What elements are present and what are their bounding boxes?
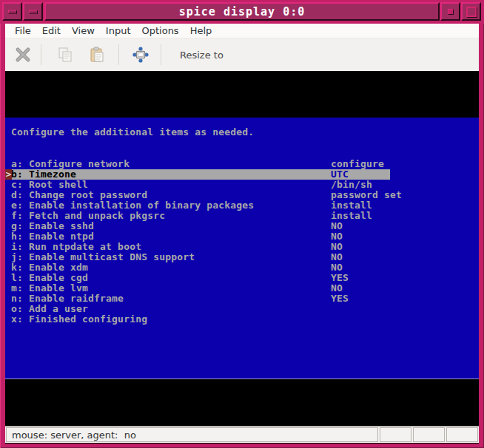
item-label: i: Run ntpdate at boot	[11, 242, 141, 252]
item-value: install	[331, 211, 372, 221]
menu-item-input[interactable]: Input	[101, 24, 136, 38]
terminal-menu-item-o: o: Add a user	[5, 304, 479, 314]
item-value: install	[331, 200, 372, 211]
square-icon	[466, 7, 477, 17]
toolbar-separator	[41, 44, 41, 65]
dash-icon	[8, 10, 17, 13]
terminal-menu-item-l: l: Enable cgdYES	[5, 273, 479, 283]
window-menu-button[interactable]	[2, 2, 22, 21]
window-shade-button[interactable]	[440, 2, 460, 21]
toolbar: Resize to	[5, 38, 479, 71]
item-label: a: Configure network	[11, 159, 130, 169]
close-button[interactable]	[14, 46, 32, 64]
item-value: NO	[331, 262, 343, 273]
item-label: l: Enable cgd	[11, 273, 88, 283]
dot-icon	[448, 9, 454, 15]
window-maximize-button[interactable]	[461, 2, 481, 21]
item-value: NO	[331, 252, 343, 262]
resize-to-label: Resize to	[180, 38, 223, 71]
status-cell	[446, 427, 478, 442]
terminal-menu-item-c: c: Root shell/bin/sh	[5, 180, 479, 190]
toolbar-separator	[161, 44, 161, 65]
item-value: NO	[331, 221, 343, 231]
status-mouse-agent: mouse: server, agent: no	[6, 427, 378, 442]
terminal-menu-item-x: x: Finished configuring	[5, 314, 479, 325]
menu-item-file[interactable]: File	[10, 24, 36, 38]
titlebar: spice display 0:0	[0, 0, 484, 24]
window-title: spice display 0:0	[44, 2, 440, 21]
terminal-menu-item-j: j: Enable multicast DNS supportNO	[5, 252, 479, 262]
copy-icon	[56, 46, 74, 64]
terminal-menu-item-h: h: Enable ntpdNO	[5, 231, 479, 242]
terminal-menu-item-f: f: Fetch and unpack pkgsrcinstall	[5, 211, 479, 221]
terminal-menu-item-e: e: Enable installation of binary package…	[5, 200, 479, 211]
terminal-menu-item-i: i: Run ntpdate at bootNO	[5, 242, 479, 252]
item-value: YES	[331, 293, 349, 304]
statusbar: mouse: server, agent: no	[5, 426, 479, 443]
dash-icon	[29, 10, 38, 13]
item-label: h: Enable ntpd	[11, 231, 94, 242]
item-label: m: Enable lvm	[11, 283, 88, 293]
terminal-menu-item-g: g: Enable sshdNO	[5, 221, 479, 231]
menu-item-edit[interactable]: Edit	[37, 24, 66, 38]
status-cell	[380, 427, 411, 442]
item-value: NO	[331, 231, 343, 242]
item-value: YES	[331, 273, 349, 283]
toolbar-separator	[118, 44, 119, 65]
terminal-menu-item-d: d: Change root passwordpassword set	[5, 190, 479, 200]
item-label: j: Enable multicast DNS support	[11, 252, 195, 262]
item-label: f: Fetch and unpack pkgsrc	[11, 211, 165, 221]
paste-button[interactable]	[88, 46, 106, 64]
paste-icon	[88, 46, 106, 64]
menu-item-options[interactable]: Options	[136, 24, 184, 38]
item-value: NO	[331, 283, 343, 293]
item-label: o: Add a user	[11, 304, 88, 314]
spice-display-window: spice display 0:0 FileEditViewInputOptio…	[0, 0, 484, 448]
resize-screen-button[interactable]	[132, 46, 149, 64]
console-screen: Configure the additional items as needed…	[5, 118, 479, 379]
item-value: configure	[331, 159, 384, 169]
menu-item-help[interactable]: Help	[185, 24, 218, 38]
item-value: /bin/sh	[331, 180, 372, 190]
item-label: k: Enable xdm	[11, 262, 88, 273]
terminal-menu-item-k: k: Enable xdmNO	[5, 262, 479, 273]
window-content: FileEditViewInputOptionsHelp	[5, 24, 479, 444]
terminal-menu: a: Configure networkconfigure>b: Timezon…	[5, 159, 479, 325]
status-cell	[413, 427, 445, 442]
copy-button[interactable]	[56, 46, 74, 64]
resize-screen-icon	[132, 46, 149, 64]
terminal-menu-item-a: a: Configure networkconfigure	[5, 159, 479, 169]
window-minimize-button[interactable]	[23, 2, 43, 21]
item-label: x: Finished configuring	[11, 314, 147, 325]
guest-display[interactable]: Configure the additional items as needed…	[5, 71, 479, 426]
item-label: g: Enable sshd	[11, 221, 94, 231]
item-label: d: Change root password	[11, 190, 147, 200]
item-value: password set	[331, 190, 402, 200]
menubar: FileEditViewInputOptionsHelp	[5, 24, 479, 38]
terminal-menu-item-b: >b: TimezoneUTC	[5, 169, 390, 180]
terminal-menu-item-m: m: Enable lvmNO	[5, 283, 479, 293]
item-label: c: Root shell	[11, 180, 88, 190]
item-label: n: Enable raidframe	[11, 293, 124, 304]
item-label: b: Timezone	[11, 169, 76, 180]
menu-item-view[interactable]: View	[67, 24, 100, 38]
item-value: NO	[331, 242, 343, 252]
console-message: Configure the additional items as needed…	[11, 127, 254, 138]
item-label: e: Enable installation of binary package…	[11, 200, 254, 211]
item-value: UTC	[331, 169, 349, 180]
terminal-menu-item-n: n: Enable raidframeYES	[5, 293, 479, 304]
close-icon	[14, 46, 32, 64]
